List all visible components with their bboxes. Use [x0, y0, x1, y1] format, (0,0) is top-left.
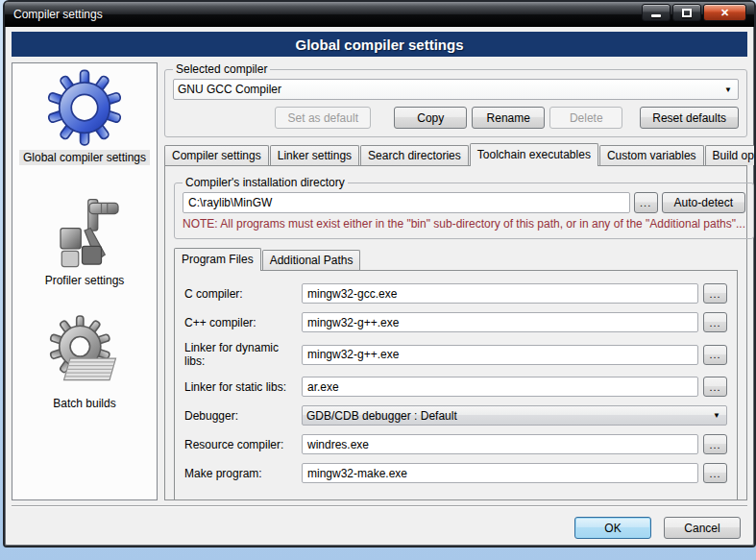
installation-directory-group: Compiler's installation directory ... Au… [174, 176, 754, 239]
cpp-compiler-input[interactable] [302, 312, 698, 332]
program-files-tabbar: Program Files Additional Paths [174, 248, 738, 270]
tab-toolchain-executables[interactable]: Toolchain executables [470, 143, 598, 166]
sidebar-item-global-compiler-settings[interactable]: Global compiler settings [19, 67, 150, 165]
browse-resource-compiler-button[interactable]: ... [703, 434, 727, 454]
selected-compiler-group: Selected compiler GNU GCC Compiler ▼ Set… [164, 62, 747, 137]
field-row-static-linker: Linker for static libs: ... [184, 377, 727, 397]
tab-compiler-settings[interactable]: Compiler settings [164, 145, 269, 165]
field-label: Linker for dynamic libs: [184, 341, 302, 368]
page-title: Global compiler settings [12, 32, 747, 57]
tab-program-files[interactable]: Program Files [174, 248, 261, 271]
caliper-icon [46, 190, 123, 271]
sidebar-item-batch-builds[interactable]: Batch builds [46, 313, 123, 411]
dynamic-linker-input[interactable] [302, 345, 698, 365]
tab-additional-paths[interactable]: Additional Paths [262, 250, 361, 270]
cancel-button[interactable]: Cancel [664, 517, 741, 539]
program-files-panel: C compiler: ... C++ compiler: ... Linker… [174, 270, 738, 500]
toolchain-executables-panel: Compiler's installation directory ... Au… [164, 165, 747, 500]
field-label: C++ compiler: [184, 316, 302, 329]
caption-buttons: ✕ [642, 4, 746, 21]
dialog-content: Global compiler settings [5, 27, 754, 546]
maximize-button[interactable] [672, 4, 701, 21]
reset-defaults-button[interactable]: Reset defaults [640, 107, 739, 129]
field-row-resource-compiler: Resource compiler: ... [184, 434, 727, 454]
browse-dynamic-linker-button[interactable]: ... [703, 345, 727, 365]
field-row-c-compiler: C compiler: ... [184, 283, 727, 304]
selected-compiler-legend: Selected compiler [173, 62, 270, 76]
installation-directory-legend: Compiler's installation directory [183, 176, 348, 189]
minimize-icon [651, 14, 661, 17]
field-label: Linker for static libs: [184, 380, 302, 394]
field-label: Debugger: [184, 409, 302, 423]
tab-custom-variables[interactable]: Custom variables [599, 145, 704, 165]
debugger-select-value: GDB/CDB debugger : Default [306, 409, 711, 423]
window-title: Compiler settings [13, 8, 103, 21]
browse-directory-button[interactable]: ... [634, 192, 658, 213]
set-as-default-button[interactable]: Set as default [275, 107, 371, 129]
field-label: Resource compiler: [184, 438, 302, 451]
make-program-input[interactable] [302, 463, 698, 483]
static-linker-input[interactable] [302, 377, 698, 397]
settings-category-sidebar: Global compiler settings [12, 62, 158, 500]
installation-directory-input[interactable] [183, 192, 630, 213]
field-label: Make program: [184, 467, 302, 480]
browse-cpp-compiler-button[interactable]: ... [703, 312, 727, 332]
auto-detect-button[interactable]: Auto-detect [662, 192, 745, 213]
tab-search-directories[interactable]: Search directories [360, 145, 469, 165]
maximize-icon [682, 9, 692, 17]
resource-compiler-input[interactable] [302, 434, 698, 454]
field-row-cpp-compiler: C++ compiler: ... [184, 312, 727, 332]
copy-button[interactable]: Copy [394, 107, 467, 129]
close-button[interactable]: ✕ [703, 4, 746, 21]
rename-button[interactable]: Rename [472, 107, 545, 129]
chevron-down-icon: ▼ [711, 411, 722, 420]
browse-static-linker-button[interactable]: ... [703, 377, 727, 397]
compiler-settings-dialog: Compiler settings ✕ Global compiler sett… [3, 0, 756, 548]
sidebar-item-label: Batch builds [49, 396, 119, 411]
dialog-footer: OK Cancel [12, 507, 747, 539]
tab-linker-settings[interactable]: Linker settings [270, 145, 359, 165]
minimize-button[interactable] [642, 4, 671, 21]
settings-tabbar: Compiler settings Linker settings Search… [164, 142, 747, 165]
sidebar-item-label: Profiler settings [41, 273, 129, 288]
field-row-dynamic-linker: Linker for dynamic libs: ... [184, 341, 727, 368]
c-compiler-input[interactable] [302, 283, 698, 304]
compiler-select[interactable]: GNU GCC Compiler ▼ [173, 79, 739, 100]
compiler-actions: Set as default Copy Rename Delete Reset … [173, 107, 739, 129]
browse-c-compiler-button[interactable]: ... [703, 283, 727, 304]
tab-build-options[interactable]: Build options [705, 145, 756, 165]
close-icon: ✕ [720, 7, 729, 19]
compiler-select-value: GNU GCC Compiler [178, 83, 722, 96]
chevron-down-icon: ▼ [722, 85, 734, 94]
field-label: C compiler: [184, 287, 302, 301]
install-directory-note: NOTE: All programs must exist either in … [183, 217, 745, 231]
browse-make-program-button[interactable]: ... [703, 463, 727, 483]
field-row-make-program: Make program: ... [184, 463, 727, 483]
sidebar-item-profiler-settings[interactable]: Profiler settings [41, 190, 129, 288]
delete-button[interactable]: Delete [549, 107, 622, 129]
blue-gear-icon [46, 67, 123, 148]
titlebar[interactable]: Compiler settings ✕ [5, 2, 754, 27]
batch-builds-icon [46, 313, 123, 394]
ok-button[interactable]: OK [574, 517, 651, 539]
field-row-debugger: Debugger: GDB/CDB debugger : Default ▼ [184, 405, 727, 426]
debugger-select[interactable]: GDB/CDB debugger : Default ▼ [302, 405, 727, 426]
sidebar-item-label: Global compiler settings [19, 150, 150, 165]
